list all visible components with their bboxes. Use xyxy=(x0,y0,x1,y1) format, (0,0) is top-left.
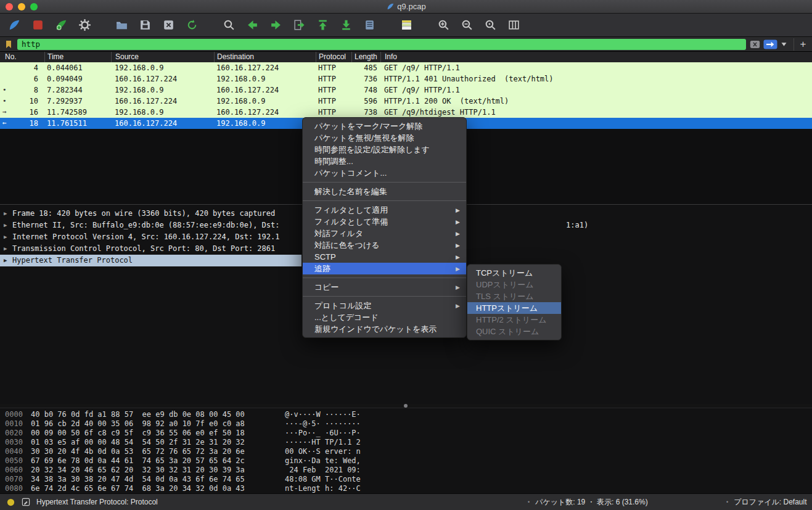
menu-item-show-packet-in-new-window[interactable]: 新規ウインドウでパケットを表示 xyxy=(303,323,466,335)
go-to-packet-button[interactable] xyxy=(291,17,307,33)
filter-dropdown-caret-icon[interactable] xyxy=(781,42,787,47)
titlebar: q9.pcap xyxy=(0,0,812,14)
submenu-item-follow-http-stream[interactable]: HTTPストリーム xyxy=(467,302,561,314)
menu-item-follow[interactable]: 追跡▶ xyxy=(303,263,466,274)
folder-icon xyxy=(115,19,128,31)
menu-item-time-shift[interactable]: 時間調整... xyxy=(303,155,466,167)
menu-item-ignore-packet[interactable]: パケットを無視/無視を解除 xyxy=(303,132,466,144)
stop-capture-button[interactable] xyxy=(30,17,46,33)
packet-row-16[interactable]: →16 11.742589 192.168.0.9 160.16.127.224… xyxy=(0,107,812,118)
hex-row-0040[interactable]: 004030 30 20 4f 4b 0d 0a 53 65 72 76 65 … xyxy=(0,447,812,456)
zoom-out-button[interactable] xyxy=(459,17,475,33)
menu-item-conversation-filter[interactable]: 対話フィルタ▶ xyxy=(303,228,466,239)
menu-item-mark-packet[interactable]: パケットをマーク/マーク解除 xyxy=(303,120,466,132)
hex-row-0060[interactable]: 006020 32 34 20 46 65 62 20 32 30 32 31 … xyxy=(0,466,812,475)
expert-info-icon[interactable] xyxy=(6,498,15,507)
menu-item-colorize-conversation[interactable]: 対話に色をつける▶ xyxy=(303,239,466,251)
submenu-item-follow-udp-stream: UDPストリーム xyxy=(467,279,561,290)
menu-item-protocol-preferences[interactable]: プロトコル設定▶ xyxy=(303,300,466,311)
go-back-button[interactable] xyxy=(244,17,260,33)
hex-row-0080[interactable]: 00806e 74 2d 4c 65 6e 67 74 68 3a 20 34 … xyxy=(0,484,812,493)
expand-arrow-icon[interactable]: ▶ xyxy=(4,208,12,220)
zoom-original-button[interactable] xyxy=(482,17,498,33)
menu-item-decode-as[interactable]: ...としてデコード xyxy=(303,311,466,323)
hex-row-0070[interactable]: 007034 38 3a 30 38 20 47 4d 54 0d 0a 43 … xyxy=(0,475,812,484)
colorize-packets-button[interactable] xyxy=(398,17,414,33)
column-header-destination[interactable]: Destination xyxy=(214,52,316,62)
restart-fin-icon xyxy=(55,19,68,31)
column-header-no[interactable]: No. xyxy=(0,52,44,62)
hex-row-0010[interactable]: 001001 96 cb 2d 40 00 35 06 98 92 a0 10 … xyxy=(0,419,812,429)
go-bottom-icon xyxy=(340,19,353,31)
column-header-protocol[interactable]: Protocol xyxy=(316,52,351,62)
display-filter-input[interactable]: http xyxy=(17,39,746,50)
start-capture-button[interactable] xyxy=(6,17,22,33)
request-arrow-marker: → xyxy=(2,107,7,118)
close-file-button[interactable] xyxy=(160,17,176,33)
go-to-last-packet-button[interactable] xyxy=(338,17,354,33)
submenu-item-follow-http2-stream: HTTP/2 ストリーム xyxy=(467,314,561,326)
go-forward-button[interactable] xyxy=(268,17,284,33)
hex-row-0000[interactable]: 000040 b0 76 0d fd a1 88 57 ee e9 db 0e … xyxy=(0,410,812,419)
packet-row-8[interactable]: •8 7.282344 192.168.0.9 160.16.127.224 H… xyxy=(0,84,812,96)
packet-row-4[interactable]: 4 0.044061 192.168.0.9 160.16.127.224 HT… xyxy=(0,62,812,73)
reload-file-button[interactable] xyxy=(184,17,200,33)
expand-arrow-icon[interactable]: ▶ xyxy=(4,231,12,243)
auto-scroll-button[interactable] xyxy=(361,17,377,33)
shark-fin-icon xyxy=(8,19,21,31)
display-filter-bar: http + xyxy=(0,37,812,52)
status-bar: Hypertext Transfer Protocol: Protocol • … xyxy=(0,493,812,510)
menu-item-sctp[interactable]: SCTP▶ xyxy=(303,251,466,263)
submenu-item-follow-tcp-stream[interactable]: TCPストリーム xyxy=(467,267,561,279)
menu-separator xyxy=(303,278,466,278)
menu-item-apply-as-filter[interactable]: フィルタとして適用▶ xyxy=(303,204,466,216)
go-top-icon xyxy=(316,19,329,31)
expand-arrow-icon[interactable]: ▶ xyxy=(4,255,12,266)
zoom-in-button[interactable] xyxy=(435,17,451,33)
expand-arrow-icon[interactable]: ▶ xyxy=(4,243,12,255)
hex-row-0030[interactable]: 003001 03 e5 af 00 00 48 54 54 50 2f 31 … xyxy=(0,438,812,447)
column-header-source[interactable]: Source xyxy=(111,52,214,62)
open-file-button[interactable] xyxy=(113,17,129,33)
go-to-packet-icon xyxy=(293,19,306,31)
zoom-window-button[interactable] xyxy=(30,3,38,10)
display-filter-value: http xyxy=(22,39,40,49)
menu-item-copy[interactable]: コピー▶ xyxy=(303,281,466,293)
resize-columns-button[interactable] xyxy=(506,17,522,33)
back-arrow-icon xyxy=(246,19,259,31)
capture-comment-icon[interactable] xyxy=(21,497,31,507)
response-arrow-marker: ← xyxy=(2,118,7,129)
apply-filter-button[interactable] xyxy=(763,39,777,49)
save-icon xyxy=(139,19,152,31)
hex-row-0050[interactable]: 005067 69 6e 78 0d 0a 44 61 74 65 3a 20 … xyxy=(0,456,812,466)
detail-row-http-selected[interactable]: ▶ Hypertext Transfer Protocol xyxy=(0,255,301,266)
add-filter-button[interactable]: + xyxy=(794,38,807,51)
column-header-length[interactable]: Length xyxy=(351,52,380,62)
packet-row-10[interactable]: •10 7.292937 160.16.127.224 192.168.0.9 … xyxy=(0,96,812,107)
column-header-time[interactable]: Time xyxy=(44,52,111,62)
column-header-info[interactable]: Info xyxy=(380,52,812,62)
profile-text[interactable]: プロファイル: Default xyxy=(734,497,806,508)
restart-capture-button[interactable] xyxy=(53,17,69,33)
expand-arrow-icon[interactable]: ▶ xyxy=(4,220,12,231)
packet-count-text: パケット数: 19 ・ 表示: 6 (31.6%) xyxy=(535,497,648,508)
submenu-arrow-icon: ▶ xyxy=(456,219,460,225)
close-window-button[interactable] xyxy=(6,3,13,10)
menu-separator xyxy=(303,200,466,201)
stop-square-icon xyxy=(31,19,44,31)
submenu-arrow-icon: ▶ xyxy=(456,207,460,213)
filter-bookmark-icon[interactable] xyxy=(4,39,14,49)
menu-item-edit-resolved-name[interactable]: 解決した名前を編集 xyxy=(303,186,466,197)
minimize-window-button[interactable] xyxy=(18,3,25,10)
colorize-icon xyxy=(400,19,413,31)
go-to-first-packet-button[interactable] xyxy=(314,17,330,33)
save-file-button[interactable] xyxy=(137,17,153,33)
packet-row-6[interactable]: 6 0.094049 160.16.127.224 192.168.0.9 HT… xyxy=(0,73,812,84)
capture-options-button[interactable] xyxy=(76,17,92,33)
find-packet-button[interactable] xyxy=(221,17,237,33)
clear-filter-icon[interactable] xyxy=(750,40,760,49)
menu-item-time-reference[interactable]: 時間参照を設定/設定解除します xyxy=(303,144,466,155)
menu-item-packet-comment[interactable]: パケットコメント... xyxy=(303,167,466,179)
hex-row-0020[interactable]: 002000 09 00 50 6f c8 c9 5f c9 36 55 06 … xyxy=(0,429,812,438)
menu-item-prepare-as-filter[interactable]: フィルタとして準備▶ xyxy=(303,216,466,228)
